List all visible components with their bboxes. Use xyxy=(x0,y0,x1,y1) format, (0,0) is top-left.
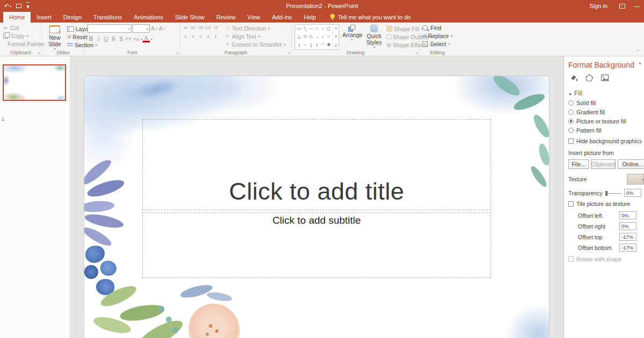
gallery-scroll-down-icon[interactable]: ▼ xyxy=(334,35,338,38)
tab-review[interactable]: Review xyxy=(210,12,241,23)
gallery-scroll-up-icon[interactable]: ▲ xyxy=(334,26,338,30)
gradient-fill-option[interactable]: Gradient fill xyxy=(568,109,644,115)
picture-icon[interactable] xyxy=(601,74,609,82)
start-slideshow-button[interactable] xyxy=(16,4,21,8)
checkbox-icon[interactable] xyxy=(568,138,574,144)
copy-button[interactable]: Copy▾ xyxy=(2,32,40,40)
file-button[interactable]: File... xyxy=(568,159,589,169)
tab-slide-show[interactable]: Slide Show xyxy=(169,12,210,23)
text-direction-button[interactable]: ↕Text Direction▾ xyxy=(224,24,287,32)
tell-me-box[interactable]: Tell me what you want to do xyxy=(330,12,411,23)
radio-icon[interactable] xyxy=(568,109,574,115)
arrange-button[interactable]: Arrange▾ xyxy=(340,24,363,50)
shrink-font-button[interactable]: A▼ xyxy=(159,25,166,32)
ribbon-display-options-icon[interactable]: ^ xyxy=(619,4,625,9)
italic-button[interactable]: I xyxy=(95,35,102,42)
title-placeholder[interactable]: Click to add title xyxy=(142,119,491,210)
clipboard-dialog-launcher[interactable]: ↘ xyxy=(37,51,40,55)
tab-add-ins[interactable]: Add-ins xyxy=(266,12,298,23)
offset-bottom-input[interactable]: -17% xyxy=(619,244,636,252)
hide-background-graphics-checkbox[interactable]: Hide background graphics xyxy=(568,138,644,144)
gallery-more-icon[interactable]: ▼ xyxy=(334,43,338,48)
sign-in-button[interactable]: Sign in xyxy=(586,2,611,10)
align-text-button[interactable]: ≡Align Text▾ xyxy=(224,32,287,40)
font-name-select[interactable]: ▾ xyxy=(87,24,131,33)
effects-icon[interactable] xyxy=(585,74,594,82)
line-spacing-icon[interactable]: ↕≡ xyxy=(212,24,219,31)
replace-button[interactable]: ⇄Replace▾ xyxy=(421,32,453,40)
texture-select[interactable]: ▾ xyxy=(627,174,644,185)
tab-design[interactable]: Design xyxy=(57,12,87,23)
lightbulb-icon xyxy=(330,13,335,21)
solid-fill-option[interactable]: Solid fill xyxy=(568,100,644,106)
tile-picture-checkbox[interactable]: Tile picture as texture xyxy=(568,201,644,207)
customize-qat-button[interactable]: ▾ xyxy=(26,2,30,10)
paragraph-dialog-launcher[interactable]: ↘ xyxy=(287,51,290,55)
slide-thumbnail[interactable] xyxy=(3,64,66,101)
radio-icon[interactable] xyxy=(568,128,574,133)
tab-home[interactable]: Home xyxy=(3,12,31,23)
align-left-icon[interactable]: ≡ xyxy=(182,33,189,40)
align-center-icon[interactable]: ≡ xyxy=(189,33,197,40)
title-bar: ↶▾ ▾ Presentation2 - PowerPoint Sign in … xyxy=(0,0,644,12)
select-button[interactable]: Select▾ xyxy=(421,40,453,48)
character-spacing-button[interactable]: AV xyxy=(125,35,132,42)
justify-icon[interactable]: ≡ xyxy=(204,33,212,40)
blue-gray-sprig xyxy=(179,282,214,300)
tab-view[interactable]: View xyxy=(241,12,266,23)
font-color-button[interactable]: A xyxy=(143,35,150,42)
shape-gallery[interactable]: ▭╲─□○◻ △▽◇→⌂☆ (~{}◠✽ ▲ ▼ ▼ xyxy=(295,24,339,50)
convert-to-smartart-button[interactable]: »Convert to SmartArt▾ xyxy=(224,40,287,48)
minimize-button[interactable]: — xyxy=(634,3,640,9)
bold-button[interactable]: B xyxy=(87,35,94,42)
offset-bottom-row: Offset bottom-17% xyxy=(578,244,644,252)
align-right-icon[interactable]: ≡ xyxy=(197,33,204,40)
new-slide-button[interactable]: New Slide▾ xyxy=(43,24,66,52)
offset-right-input[interactable]: 0% xyxy=(619,222,636,230)
tab-animations[interactable]: Animations xyxy=(128,12,169,23)
decrease-indent-icon[interactable]: ◁≡ xyxy=(197,24,204,31)
quick-styles-button[interactable]: Quick Styles▾ xyxy=(363,24,385,50)
bullets-icon[interactable]: •≡ xyxy=(182,24,189,31)
radio-icon[interactable] xyxy=(568,100,574,106)
text-shadow-button[interactable]: S xyxy=(118,35,125,42)
slide-canvas[interactable]: Click to add title Click to add subtitle xyxy=(84,76,549,338)
undo-dropdown-icon[interactable]: ▾ xyxy=(10,4,11,8)
checkbox-icon[interactable] xyxy=(568,201,574,207)
increase-indent-icon[interactable]: ▷≡ xyxy=(204,24,212,31)
drawing-dialog-launcher[interactable]: ↘ xyxy=(415,51,418,55)
fill-icon[interactable] xyxy=(569,74,578,82)
format-painter-button[interactable]: Format Painter xyxy=(2,40,40,48)
strikethrough-button[interactable]: S xyxy=(110,35,117,42)
radio-selected-icon[interactable] xyxy=(568,119,574,124)
tab-transitions[interactable]: Transitions xyxy=(87,12,128,23)
fill-section-header[interactable]: ▲ Fill xyxy=(568,90,644,97)
subtitle-placeholder-text: Click to add subtitle xyxy=(273,215,361,226)
find-button[interactable]: Find xyxy=(421,24,453,32)
transparency-value-input[interactable]: 0% xyxy=(624,189,641,197)
offset-top-input[interactable]: -17% xyxy=(619,233,636,241)
subtitle-placeholder[interactable]: Click to add subtitle xyxy=(142,212,491,278)
shape-gallery-scrollbar[interactable]: ▲ ▼ ▼ xyxy=(333,25,339,49)
undo-button[interactable]: ↶▾ xyxy=(4,3,11,10)
transparency-slider[interactable] xyxy=(605,190,621,196)
cut-button[interactable]: ✂Cut xyxy=(2,24,40,32)
clipboard-button[interactable]: Clipboard xyxy=(591,159,616,169)
offset-left-input[interactable]: 0% xyxy=(619,211,636,219)
underline-button[interactable]: U xyxy=(103,35,109,42)
slider-thumb[interactable] xyxy=(605,191,608,196)
online-button[interactable]: Online... xyxy=(618,159,644,169)
font-dialog-launcher[interactable]: ↘ xyxy=(175,51,179,55)
tab-help[interactable]: Help xyxy=(298,12,322,23)
pattern-fill-option[interactable]: Pattern fill xyxy=(568,127,644,134)
collapse-ribbon-icon[interactable]: ⌃ xyxy=(636,49,640,54)
font-size-select[interactable]: ▾ xyxy=(133,24,150,33)
shape-gallery-shapes[interactable]: ▭╲─□○◻ △▽◇→⌂☆ (~{}◠✽ xyxy=(295,25,333,49)
grow-font-button[interactable]: A▲ xyxy=(151,25,158,32)
change-case-button[interactable]: Aa xyxy=(133,35,140,42)
picture-or-texture-fill-option[interactable]: Picture or texture fill xyxy=(568,118,644,124)
tab-insert[interactable]: Insert xyxy=(31,12,57,23)
numbering-icon[interactable]: 1≡ xyxy=(189,24,197,31)
pane-options-icon[interactable]: ▼ xyxy=(638,62,642,65)
columns-icon[interactable]: ‖ xyxy=(212,33,219,40)
